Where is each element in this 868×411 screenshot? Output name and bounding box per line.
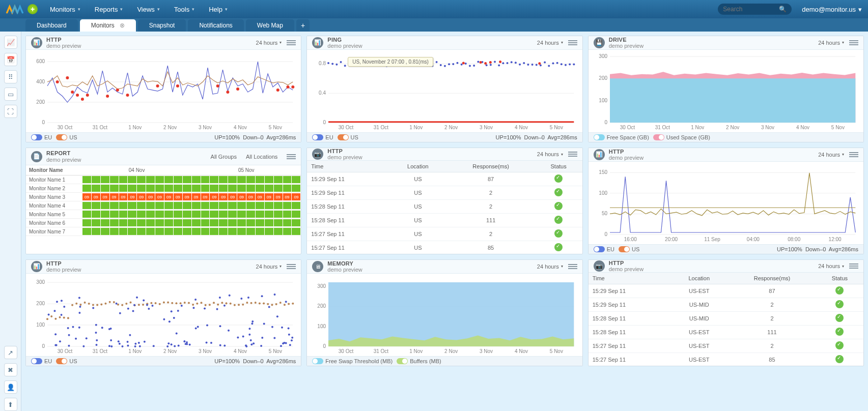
tab-monitors[interactable]: Monitors⊗ [80,19,136,32]
tab-dashboard[interactable]: Dashboard [25,19,78,32]
tool-fullscreen-icon[interactable]: ⛶ [4,105,17,118]
time-range-dropdown[interactable]: 24 hours▾ [537,263,563,270]
search-input[interactable] [723,6,774,13]
tab-add-button[interactable]: + [296,19,310,32]
table-row[interactable]: Monitor Name 5 [26,210,301,219]
time-range-dropdown[interactable]: 24 hours▾ [537,40,563,46]
column-header[interactable]: Time [307,161,389,172]
widget-menu-icon[interactable] [568,150,577,159]
legend-swap-toggle[interactable]: Free Swap Threshold (MB) [312,358,393,364]
svg-point-214 [271,304,273,306]
search-icon[interactable]: 🔍 [779,6,787,13]
svg-text:30 Oct: 30 Oct [339,125,354,130]
status-ok-icon [554,202,563,210]
svg-point-79 [465,63,467,65]
table-row[interactable]: Monitor Name 4 [26,201,301,210]
legend-used-toggle[interactable]: Used Space (GB) [653,134,710,140]
time-range-dropdown[interactable]: 24 hours▾ [818,152,844,158]
svg-point-309 [251,320,254,322]
tool-calendar-icon[interactable]: 📅 [4,53,17,66]
legend-eu-toggle[interactable]: EU [31,134,52,140]
svg-point-87 [498,64,500,66]
table-row[interactable]: 15:28 Sep 11US111 [307,214,582,227]
table-row[interactable]: 15:27 Sep 11US-EST2 [589,339,863,353]
widget-menu-icon[interactable] [287,262,296,271]
tool-layout-icon[interactable]: ⠿ [4,70,17,83]
filter-groups[interactable]: All Groups [211,154,237,160]
svg-point-160 [46,318,48,320]
table-row[interactable]: 15:29 Sep 11US-EST87 [589,284,863,298]
legend-us-toggle[interactable]: US [619,246,639,252]
menu-tools[interactable]: Tools▾ [167,0,202,18]
legend-eu-toggle[interactable]: EU [594,246,614,252]
menu-reports[interactable]: Reports▾ [88,0,130,18]
tool-linechart-icon[interactable]: 📈 [4,36,17,49]
table-row[interactable]: 15:28 Sep 11US-MID2 [589,312,863,326]
legend-eu-toggle[interactable]: EU [31,358,52,364]
svg-point-328 [169,320,171,322]
menu-help[interactable]: Help▾ [202,0,235,18]
table-row[interactable]: Monitor Name 7 [26,227,301,236]
tool-upload-icon[interactable]: ⬆ [4,398,17,411]
table-row[interactable]: 15:27 Sep 11US2 [307,227,582,241]
chart-icon: 📊 [31,261,42,272]
svg-text:11 Sep: 11 Sep [704,237,720,242]
time-range-dropdown[interactable]: 24 hours▾ [537,151,563,157]
widget-menu-icon[interactable] [287,38,296,47]
tab-snapshot[interactable]: Snapshot [138,19,186,32]
legend-eu-toggle[interactable]: EU [312,134,333,140]
tool-settings-icon[interactable]: ✖ [4,363,17,376]
tool-user-icon[interactable]: 👤 [4,380,17,394]
column-header[interactable]: Response(ms) [447,161,535,172]
table-row[interactable]: 15:28 Sep 11US2 [307,200,582,214]
table-row[interactable]: 15:28 Sep 11US-EST111 [589,326,863,339]
filter-locations[interactable]: All Locations [246,154,277,160]
widget-menu-icon[interactable] [849,150,858,159]
legend-buffers-toggle[interactable]: Buffers (MB) [397,358,441,364]
column-header[interactable]: Location [389,161,447,172]
widget-menu-icon[interactable] [287,152,296,161]
table-row[interactable]: 15:29 Sep 11US87 [307,172,582,186]
column-header[interactable]: Time [589,273,670,284]
table-row[interactable]: Monitor Name 1 [26,175,301,184]
search-box[interactable]: 🔍 [718,4,792,15]
legend-us-toggle[interactable]: US [56,134,77,140]
tab-notifications[interactable]: Notifications [188,19,243,32]
time-range-dropdown[interactable]: 24 hours▾ [818,40,844,46]
column-header[interactable]: Status [816,273,863,284]
time-range-dropdown[interactable]: 24 hours▾ [256,263,282,270]
status-ok-icon [554,243,563,251]
widget-menu-icon[interactable] [849,38,858,47]
add-monitor-button[interactable]: + [27,4,38,14]
column-header[interactable]: Location [670,273,728,284]
menu-monitors[interactable]: Monitors▾ [43,0,88,18]
svg-point-198 [205,304,207,306]
tab-webmap[interactable]: Web Map [246,19,294,32]
table-row[interactable]: Monitor Name 2 [26,184,301,193]
legend-us-toggle[interactable]: US [338,134,358,140]
table-row[interactable]: 15:29 Sep 11US2 [307,186,582,200]
svg-text:16:00: 16:00 [624,237,636,242]
table-row[interactable]: 15:29 Sep 11US-MID2 [589,298,863,312]
close-icon[interactable]: ⊗ [120,22,125,29]
table-row[interactable]: Monitor Name 309090909090909090909090909… [26,193,301,201]
table-row[interactable]: 15:27 Sep 11US85 [307,241,582,254]
svg-text:4 Nov: 4 Nov [515,125,528,130]
column-header[interactable]: Response(ms) [728,273,816,284]
menu-views[interactable]: Views▾ [130,0,166,18]
column-header[interactable]: Status [535,161,582,172]
time-range-dropdown[interactable]: 24 hours▾ [256,40,282,46]
legend-us-toggle[interactable]: US [56,358,77,364]
table-row[interactable]: 15:27 Sep 11US-EST85 [589,353,863,366]
table-row[interactable]: Monitor Name 6 [26,219,301,227]
tool-share-icon[interactable]: ↗ [4,346,17,359]
widget-menu-icon[interactable] [849,261,858,271]
time-range-dropdown[interactable]: 24 hours▾ [818,263,844,269]
widget-menu-icon[interactable] [568,262,577,271]
drive-area-chart: 010020030030 Oct31 Oct1 Nov2 Nov3 Nov4 N… [594,53,858,131]
widget-stats: UP=100% Down–0 Avg=286ms [214,358,296,364]
tool-window-icon[interactable]: ▭ [4,87,17,101]
user-menu[interactable]: demo@monitor.us▾ [802,6,862,13]
legend-free-toggle[interactable]: Free Space (GB) [594,134,649,140]
widget-menu-icon[interactable] [568,38,577,47]
